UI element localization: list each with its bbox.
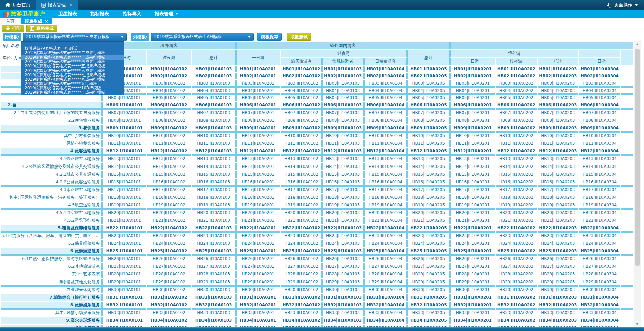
data-cell	[621, 148, 633, 155]
data-cell: HB20|III10A0103	[322, 209, 364, 216]
report-management-window-tab[interactable]: 报表管理 ×	[36, 0, 78, 10]
menu-item-indicator-reports[interactable]: 指标报表	[90, 11, 109, 17]
page-actions-button[interactable]: 页面操作	[600, 0, 644, 10]
data-cell	[621, 117, 633, 124]
col-template-label: 列模板:	[131, 33, 149, 41]
data-cell: HB15|III10A0103	[322, 171, 364, 178]
data-cell: HB27|II10A0205	[407, 263, 450, 270]
menu-item-report-management[interactable]: 报表管理	[155, 11, 178, 17]
data-cell: HB04|III10A0202	[496, 87, 537, 94]
data-cell: HB29|III10A0304	[579, 279, 620, 286]
data-cell: HB17|III10A0304	[579, 186, 620, 193]
data-cell: HB23|II10A0205	[407, 232, 450, 239]
row-template-select[interactable]: 2019核算系统报表格式表*****三成果行模板	[23, 33, 127, 41]
data-cell: HB30|II10A0101	[102, 286, 146, 293]
row-label: 5.1租赁服务（含汽车、房车、游艇的租赁、帆船、...	[1, 232, 102, 239]
data-cell: HB16|II10A0201	[236, 179, 280, 186]
row-template-option[interactable]: 2019核算系统报表格式表*****五成果行模板	[21, 64, 124, 68]
data-cell: HB30|III10A0201	[450, 286, 495, 293]
data-cell: HB29|II10A0101	[102, 279, 146, 286]
data-cell: HB03|III10A0201	[450, 80, 495, 87]
row-template-option[interactable]: 2019核算系统报表格式表*****一成果行模板	[21, 90, 124, 95]
vertical-scrollbar[interactable]	[634, 41, 641, 327]
row-template-option[interactable]: 2019核算系统报表格式表*****七成果行模板	[21, 73, 124, 77]
row-template-option[interactable]	[21, 42, 124, 46]
backend-home-tab[interactable]: 后台首页	[0, 0, 36, 10]
table-row: 10.婚庆服务HB35|II10A0101HB35|II10A0102HB35|…	[1, 325, 633, 327]
data-cell: HB19|III10A0201	[450, 202, 495, 209]
data-cell: HB13|II10A0102	[147, 155, 191, 162]
row-template-option[interactable]: 2019核算系统报表格式表*****九行模板	[21, 82, 124, 86]
save-template-button[interactable]: 模板保存	[257, 33, 282, 41]
menu-item-satellite-reports[interactable]: 卫星报表	[58, 11, 77, 17]
table-row: HB05|II10A0101HB05|II10A0102HB05|II10A01…	[1, 94, 633, 101]
print-button[interactable]: 打印	[2, 25, 24, 32]
data-cell: HB13|III10A0203	[538, 155, 579, 162]
row-template-option[interactable]: 2019核算系统报表格式表*****10B行模版	[21, 86, 124, 90]
data-cell: HB21|III10A0203	[538, 217, 579, 224]
data-cell: HB33|II10A0102	[147, 309, 191, 316]
data-cell: HB06|III10A0103	[322, 102, 364, 109]
data-cell: HB06|II10A0101	[102, 102, 146, 109]
scroll-down-arrow[interactable]	[634, 321, 641, 327]
data-cell: HB03|II10A0103	[192, 80, 236, 87]
data-cell: HB30|II10A0205	[407, 286, 450, 293]
row-template-option[interactable]: 核算系统报表格式表一行测试	[21, 46, 124, 51]
tab-close-icon[interactable]: ×	[45, 19, 48, 24]
column-header: 境外游	[450, 50, 578, 57]
scrollbar-thumb[interactable]	[635, 49, 640, 266]
data-cell: HB20|III10A0102	[281, 209, 322, 216]
row-template-option[interactable]: 2019核算系统报表格式表*****二成果行模板	[21, 51, 124, 55]
data-cell: HB14|II10A0201	[236, 163, 280, 170]
data-cell: HB07|II10A0103	[192, 109, 236, 116]
row-template-option[interactable]: 2019核算系统报表格式表*****四成果行模板	[21, 60, 124, 64]
column-group-header: 省外国内游客	[236, 42, 450, 49]
table-row: 其中: 国际旅客运输服务（港务服务、签证服务）HB18|II10A0101HB1…	[1, 194, 633, 201]
data-cell: HB18|III10A0203	[538, 194, 579, 201]
data-cell: HB08|III10A0102	[281, 117, 322, 124]
tab-home[interactable]: 首页	[2, 18, 19, 24]
row-label: 10.婚庆服务	[1, 325, 102, 327]
row-template-option[interactable]: 2019核算系统报表格式表*****六成果行模板	[21, 69, 124, 73]
data-cell: HB30|II10A0103	[192, 286, 236, 293]
data-cell: HB09|II10A0102	[147, 125, 191, 132]
data-cell: HB13|II10A0101	[102, 155, 146, 162]
row-label: 风情小镇餐饮服务	[1, 140, 102, 147]
data-cell	[621, 225, 633, 232]
data-cell: HB18|III10A0103	[322, 194, 364, 201]
data-cell	[621, 255, 633, 262]
col-template-value: 2019核算系统报表格式表十A列模板	[154, 34, 222, 40]
data-cell: HB23|II10A0201	[236, 232, 280, 239]
fetch-test-button[interactable]: 取数测试	[287, 33, 311, 41]
data-cell: HB34|III10A0102	[281, 317, 322, 324]
table-row: 2.自HB06|II10A0101HB06|II10A0102HB06|II10…	[1, 102, 633, 109]
data-cell: HB05|III10A0201	[450, 94, 495, 101]
data-cell: HB35|III10A0202	[496, 325, 537, 327]
window-tab-close-icon[interactable]: ×	[69, 3, 72, 7]
data-cell: HB14|III10A0201	[450, 163, 495, 170]
col-template-select[interactable]: 2019核算系统报表格式表十A列模板	[151, 33, 254, 41]
data-cell: HB04|III10A0102	[281, 87, 322, 94]
row-label: 6.旅游游览服务	[1, 248, 102, 255]
data-cell: HB02|III10A0201	[450, 73, 495, 80]
data-cell: HB05|III10A0103	[322, 94, 364, 101]
data-cell: HB28|III10A0102	[281, 271, 322, 278]
data-cell	[621, 294, 633, 301]
generate-table-button[interactable]: 表格生成	[26, 25, 57, 32]
data-cell: HB20|III10A0202	[496, 209, 537, 216]
app-brand: 旅游卫星账户	[3, 10, 45, 18]
tab-report-generate[interactable]: 报表生成 ×	[21, 18, 52, 24]
scroll-up-arrow[interactable]	[634, 41, 641, 47]
data-cell: HB26|III10A0203	[538, 255, 579, 262]
data-cell: HB31|III10A0103	[322, 294, 364, 301]
data-cell: HB10|II10A0102	[147, 132, 191, 139]
menu-item-indicator-import[interactable]: 指标导入	[123, 11, 141, 17]
data-cell: HB28|II10A0103	[192, 271, 236, 278]
row-template-option[interactable]: 2019核算系统报表格式表*****三成果行模板	[21, 55, 124, 60]
data-cell: HB10|II10A0201	[236, 132, 280, 139]
data-cell: HB27|III10A0102	[281, 263, 322, 270]
data-cell: HB03|III10A0104	[364, 80, 407, 87]
row-template-option[interactable]: 2019核算系统报表格式表*****八成果行模板	[21, 77, 124, 82]
data-cell	[621, 102, 633, 109]
data-cell: HB05|III10A0102	[281, 94, 322, 101]
